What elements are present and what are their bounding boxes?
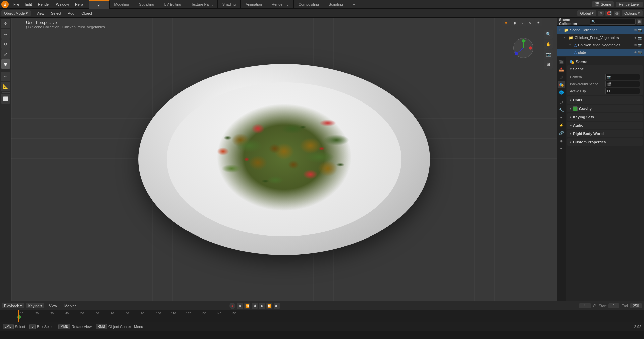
tab-sculpting[interactable]: Sculpting — [134, 0, 159, 9]
scale-tool[interactable]: ⤢ — [1, 49, 10, 59]
navigation-gizmo[interactable]: X Y Z — [513, 38, 537, 61]
viewport-shading-rendered[interactable]: ○ — [519, 19, 526, 26]
xray-btn[interactable]: ☀ — [535, 19, 542, 26]
prop-icon-material[interactable]: ● — [558, 145, 565, 152]
viewport-walk-btn[interactable]: ✋ — [544, 40, 553, 49]
outliner-filter-btn[interactable]: ⊞ — [637, 19, 642, 25]
visibility-icon[interactable]: 👁 — [634, 28, 637, 32]
tab-uv-editing[interactable]: UV Editing — [159, 0, 186, 9]
outliner-item-chicken-fried-veg-collection[interactable]: ▾ 📁 Chicken_Fried_Vegetables 👁 📷 — [557, 34, 644, 41]
props-section-rigid-body-header[interactable]: ▸ Rigid Body World — [567, 130, 643, 137]
play-reverse-btn[interactable]: ◀ — [252, 303, 258, 309]
viewport-grid-btn[interactable]: ⊞ — [544, 60, 553, 69]
transform-tool[interactable]: ⊕ — [1, 59, 10, 69]
current-frame-display[interactable]: 1 — [579, 303, 591, 308]
blender-logo-icon[interactable]: B — [1, 1, 9, 8]
playback-dropdown[interactable]: Playback ▾ — [2, 303, 24, 308]
timeline-marker-menu[interactable]: Marker — [62, 303, 78, 309]
prop-icon-modifier[interactable]: 🔧 — [558, 106, 565, 114]
jump-start-btn[interactable]: ⏮ — [237, 303, 243, 309]
overlay-btn[interactable]: ⊙ — [527, 19, 534, 26]
render-visibility-icon-2[interactable]: 📷 — [638, 43, 642, 47]
move-tool[interactable]: ↔ — [1, 29, 10, 39]
keying-dropdown[interactable]: Keying ▾ — [26, 303, 45, 308]
visibility-icon-2[interactable]: 👁 — [634, 43, 637, 47]
tab-modeling[interactable]: Modeling — [110, 0, 135, 9]
record-btn[interactable]: ● — [229, 303, 235, 309]
jump-end-btn[interactable]: ⏭ — [274, 303, 280, 309]
render-visibility-icon-3[interactable]: 📷 — [638, 51, 642, 54]
active-clip-value[interactable]: 🎞 — [605, 88, 640, 94]
menu-edit[interactable]: Edit — [23, 2, 35, 7]
render-visibility-icon[interactable]: 📷 — [638, 28, 642, 32]
play-btn[interactable]: ▶ — [259, 303, 265, 309]
tab-scripting[interactable]: Scripting — [324, 0, 348, 9]
camera-value[interactable]: 📷 — [605, 74, 640, 80]
prop-icon-scene[interactable]: 🎭 — [558, 81, 565, 88]
gravity-checkbox[interactable] — [573, 106, 578, 111]
prop-icon-object[interactable]: ⬡ — [558, 98, 565, 106]
visibility-icon-3[interactable]: 👁 — [634, 51, 637, 54]
tab-texture-paint[interactable]: Texture Paint — [186, 0, 217, 9]
global-dropdown[interactable]: Global ▾ — [577, 10, 596, 16]
outliner-scene-collection[interactable]: ▾ 📁 Scene Collection 👁 📷 — [557, 26, 644, 34]
prop-icon-world[interactable]: 🌐 — [558, 89, 565, 96]
next-keyframe-btn[interactable]: ⏩ — [266, 303, 272, 309]
prop-icon-view-layer[interactable]: ⊞ — [558, 73, 565, 81]
tab-layout[interactable]: Layout — [89, 0, 110, 9]
menu-help[interactable]: Help — [72, 2, 86, 7]
outliner-search-input[interactable] — [590, 19, 636, 25]
options-dropdown[interactable]: Options ▾ — [622, 10, 643, 16]
props-section-units-header[interactable]: ▸ Units — [567, 96, 643, 104]
tab-animation[interactable]: Animation — [241, 0, 267, 9]
tab-shading[interactable]: Shading — [218, 0, 241, 9]
timeline-view-menu[interactable]: View — [46, 303, 60, 309]
visibility-icon-1[interactable]: 👁 — [634, 36, 637, 40]
tab-compositing[interactable]: Compositing — [294, 0, 324, 9]
props-section-custom-header[interactable]: ▸ Custom Properties — [567, 138, 643, 146]
rotate-tool[interactable]: ↻ — [1, 39, 10, 49]
prop-icon-particles[interactable]: ✦ — [558, 114, 565, 121]
menu-file[interactable]: File — [11, 2, 22, 7]
measure-tool[interactable]: 📐 — [1, 82, 10, 91]
start-frame-input[interactable]: 1 — [608, 303, 619, 308]
viewport-display-btn[interactable]: 🔍 — [544, 30, 553, 39]
outliner-item-plate[interactable]: △ plate 👁 📷 — [557, 49, 644, 56]
outliner-item-chicken-fried-veg-mesh[interactable]: ▾ △ Chicken_fried_vegetables 👁 📷 — [557, 41, 644, 49]
menu-render[interactable]: Render — [35, 2, 53, 7]
menu-window[interactable]: Window — [53, 2, 72, 7]
props-section-scene-header[interactable]: ▾ Scene — [567, 65, 643, 73]
select-menu[interactable]: Select — [48, 11, 64, 16]
proportional-edit-btn[interactable]: ◎ — [614, 11, 620, 16]
prop-icon-constraints[interactable]: 🔗 — [558, 129, 565, 137]
viewport-shading-solid[interactable]: ● — [502, 19, 510, 26]
props-section-audio-header[interactable]: ▸ Audio — [567, 122, 643, 129]
bg-scene-value[interactable]: 🎬 — [605, 81, 640, 87]
object-menu[interactable]: Object — [78, 11, 95, 16]
snap-btn[interactable]: 🧲 — [605, 11, 612, 16]
add-menu[interactable]: Add — [65, 11, 77, 16]
view-menu[interactable]: View — [34, 11, 47, 16]
render-visibility-icon-1[interactable]: 📷 — [638, 36, 642, 40]
cursor-tool[interactable]: ✛ — [1, 19, 10, 28]
tab-rendering[interactable]: Rendering — [267, 0, 294, 9]
viewport-camera-btn[interactable]: 📷 — [544, 50, 553, 59]
prev-keyframe-btn[interactable]: ⏪ — [244, 303, 250, 309]
timeline-ruler[interactable]: 10 20 30 40 50 60 70 80 90 100 110 120 1… — [0, 310, 644, 322]
props-section-keying-header[interactable]: ▸ Keying Sets — [567, 113, 643, 121]
tab-add-workspace[interactable]: + — [348, 0, 360, 9]
prop-icon-output[interactable]: 📤 — [558, 66, 565, 73]
prop-icon-render[interactable]: 🎬 — [558, 58, 565, 65]
props-section-gravity-header[interactable]: ▸ Gravity — [567, 105, 643, 112]
viewport[interactable]: User Perspective (1) Scene Collection | … — [11, 18, 557, 301]
add-cube-tool[interactable]: ⬜ — [1, 94, 10, 104]
prop-icon-physics[interactable]: ⚡ — [558, 122, 565, 129]
object-mode-dropdown[interactable]: Object Mode ▾ — [1, 10, 31, 16]
viewport-shading-material[interactable]: ◑ — [511, 19, 518, 26]
render-layer-selector[interactable]: RenderLayer — [616, 2, 643, 7]
transform-pivot-btn[interactable]: ⊙ — [598, 11, 604, 16]
scene-selector[interactable]: 🎬 Scene — [592, 1, 614, 7]
end-frame-input[interactable]: 250 — [630, 303, 642, 308]
prop-icon-data[interactable]: ◈ — [558, 137, 565, 144]
annotate-tool[interactable]: ✏ — [1, 72, 10, 81]
